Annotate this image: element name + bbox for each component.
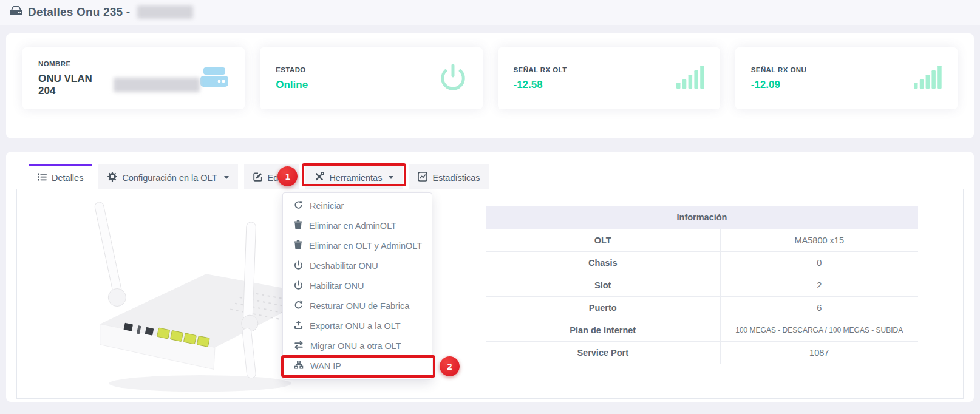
redacted-text bbox=[114, 78, 200, 92]
row-value: 2 bbox=[720, 274, 918, 296]
gear-icon bbox=[107, 172, 117, 183]
menu-item-eliminar-olt-adminolt[interactable]: Eliminar en OLT y AdminOLT bbox=[283, 236, 432, 256]
row-value: 1087 bbox=[720, 341, 918, 364]
refresh-icon bbox=[294, 200, 303, 211]
table-row: OLT MA5800 x15 bbox=[486, 229, 918, 251]
menu-item-label: Eliminar en OLT y AdminOLT bbox=[309, 241, 422, 251]
summary-cards-panel: NOMBRE ONU VLAN 204 ESTADO Online bbox=[6, 33, 974, 138]
power-icon bbox=[294, 260, 303, 271]
redacted-text bbox=[137, 5, 193, 19]
row-label: Plan de Internet bbox=[486, 319, 720, 341]
menu-item-wan-ip[interactable]: WAN IP 2 bbox=[283, 356, 432, 376]
details-panel: Detalles Confi bbox=[6, 152, 974, 402]
card-value: -12.09 bbox=[751, 79, 807, 91]
row-value: MA5800 x15 bbox=[720, 229, 918, 251]
page-header: Detalles Onu 235 - bbox=[10, 5, 193, 19]
menu-item-exportar-onu[interactable]: Exportar ONU a la OLT bbox=[283, 316, 432, 336]
tab-label: Estadísticas bbox=[432, 173, 480, 183]
menu-item-habilitar-onu[interactable]: Habilitar ONU bbox=[283, 276, 432, 296]
tab-detalles[interactable]: Detalles bbox=[29, 164, 92, 189]
tab-label: Herramientas bbox=[329, 173, 382, 183]
tab-bar: Detalles Confi bbox=[29, 164, 489, 189]
card-value: -12.58 bbox=[514, 79, 567, 91]
card-senal-rx-onu: SEÑAL RX ONU -12.09 bbox=[735, 47, 958, 109]
menu-item-label: Migrar ONU a otra OLT bbox=[310, 341, 401, 351]
menu-item-label: Reiniciar bbox=[310, 201, 344, 211]
menu-item-restaurar-fabrica[interactable]: Resturar ONU de Fabrica bbox=[283, 296, 432, 316]
tab-estadisticas[interactable]: Estadísticas bbox=[409, 164, 489, 189]
table-row: Puerto 6 bbox=[486, 296, 918, 319]
tab-label: Configuración en la OLT bbox=[122, 173, 217, 183]
menu-item-label: Resturar ONU de Fabrica bbox=[310, 301, 409, 311]
annotation-box-wan-ip bbox=[281, 355, 435, 378]
tab-herramientas[interactable]: Herramientas 1 bbox=[305, 164, 403, 189]
menu-item-migrar-onu[interactable]: Migrar ONU a otra OLT bbox=[283, 336, 432, 356]
row-label: Puerto bbox=[486, 296, 720, 319]
row-value: 100 MEGAS - DESCARGA / 100 MEGAS - SUBID… bbox=[720, 319, 918, 341]
menu-item-label: WAN IP bbox=[310, 361, 341, 371]
router-icon bbox=[200, 66, 229, 90]
row-value: 0 bbox=[720, 251, 918, 274]
menu-item-eliminar-adminolt[interactable]: Eliminar en AdminOLT bbox=[283, 215, 432, 236]
card-senal-rx-olt: SEÑAL RX OLT -12.58 bbox=[498, 47, 720, 109]
card-label: SEÑAL RX ONU bbox=[751, 66, 807, 73]
trash-icon bbox=[294, 220, 302, 231]
menu-item-label: Deshabilitar ONU bbox=[310, 261, 378, 271]
signal-bars-icon bbox=[914, 66, 942, 91]
signal-bars-icon bbox=[676, 66, 704, 91]
rotate-icon bbox=[294, 300, 303, 311]
herramientas-dropdown-menu: Reiniciar Eliminar en AdminOLT Elimi bbox=[282, 192, 432, 380]
list-icon bbox=[38, 173, 47, 183]
tab-editar[interactable]: Editar bbox=[244, 164, 300, 189]
row-label: Slot bbox=[486, 274, 720, 296]
row-label: OLT bbox=[486, 229, 720, 251]
table-row: Plan de Internet 100 MEGAS - DESCARGA / … bbox=[486, 319, 918, 341]
table-row: Slot 2 bbox=[486, 274, 918, 296]
card-value: ONU VLAN 204 bbox=[38, 73, 109, 97]
table-row: Chasis 0 bbox=[486, 251, 918, 274]
power-icon bbox=[439, 63, 467, 93]
tab-configuracion-olt[interactable]: Configuración en la OLT bbox=[98, 164, 237, 189]
tab-label: Editar bbox=[268, 173, 291, 183]
card-value: Online bbox=[276, 79, 308, 91]
info-table: Información OLT MA5800 x15 Chasis 0 Slot… bbox=[486, 206, 918, 364]
menu-item-label: Exportar ONU a la OLT bbox=[310, 321, 401, 331]
row-value: 6 bbox=[720, 296, 918, 319]
chart-icon bbox=[418, 172, 427, 183]
menu-item-label: Eliminar en AdminOLT bbox=[309, 221, 396, 231]
menu-item-reiniciar[interactable]: Reiniciar bbox=[283, 195, 432, 215]
row-label: Service Port bbox=[486, 341, 720, 364]
chevron-down-icon bbox=[389, 176, 393, 179]
card-nombre: NOMBRE ONU VLAN 204 bbox=[22, 47, 245, 109]
transfer-icon bbox=[294, 341, 304, 351]
info-table-header: Información bbox=[486, 206, 918, 229]
menu-item-deshabilitar-onu[interactable]: Deshabilitar ONU bbox=[283, 256, 432, 276]
page-title: Detalles Onu 235 - bbox=[28, 5, 130, 19]
tab-label: Detalles bbox=[52, 173, 83, 183]
row-label: Chasis bbox=[486, 251, 720, 274]
edit-icon bbox=[253, 172, 263, 183]
hdd-icon bbox=[10, 6, 22, 18]
power-icon bbox=[294, 280, 303, 291]
tools-icon bbox=[315, 172, 324, 183]
card-label: ESTADO bbox=[276, 66, 308, 73]
card-estado: ESTADO Online bbox=[260, 47, 482, 109]
table-row: Service Port 1087 bbox=[486, 341, 918, 364]
menu-item-label: Habilitar ONU bbox=[310, 281, 364, 291]
upload-icon bbox=[294, 321, 303, 331]
chevron-down-icon bbox=[224, 176, 229, 179]
network-icon bbox=[294, 361, 304, 371]
card-label: SEÑAL RX OLT bbox=[514, 66, 567, 73]
card-label: NOMBRE bbox=[38, 60, 200, 67]
trash-icon bbox=[294, 240, 302, 251]
